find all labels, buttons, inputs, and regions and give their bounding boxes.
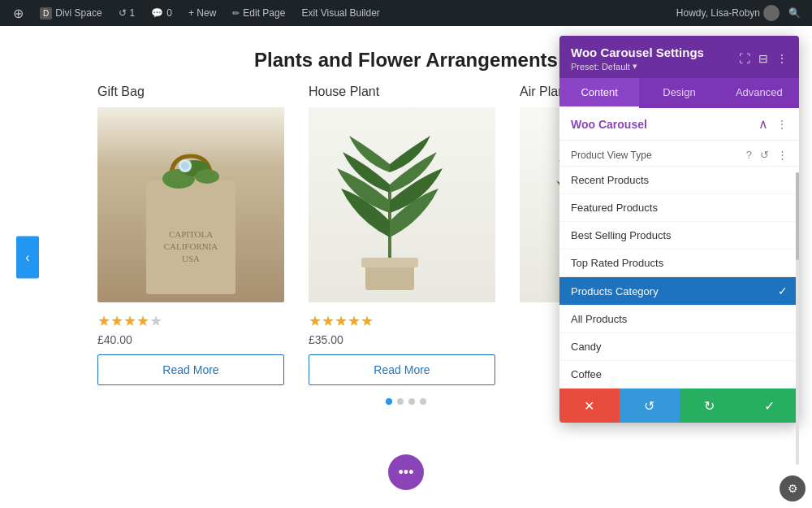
- admin-bar-right: Howdy, Lisa-Robyn 🔍: [676, 2, 806, 24]
- woo-carousel-section: Woo Carousel ∧ ⋮: [559, 108, 799, 141]
- svg-text:CAPITOLA: CAPITOLA: [169, 229, 213, 239]
- confirm-button[interactable]: ✓: [739, 389, 799, 423]
- settings-panel: Woo Carousel Settings Preset: Default ▾ …: [559, 36, 799, 423]
- read-more-button-gift-bag[interactable]: Read More: [97, 354, 284, 385]
- product-view-icons: ? ↺ ⋮: [746, 149, 788, 161]
- fab-button[interactable]: •••: [388, 454, 424, 490]
- dropdown-item-best-selling[interactable]: Best Selling Products: [559, 222, 799, 250]
- svg-text:USA: USA: [182, 254, 200, 263]
- section-more-icon[interactable]: ⋮: [776, 118, 788, 131]
- revisions-menu[interactable]: ↺ 1: [112, 0, 142, 26]
- product-stars-house-plant: ★★★★★: [309, 312, 495, 330]
- product-view-label: Product View Type: [571, 150, 746, 161]
- panel-header-icons: ⛶ ⊟ ⋮: [739, 52, 788, 65]
- scrollbar-thumb[interactable]: [796, 172, 799, 260]
- carousel-dot-4[interactable]: [420, 398, 426, 405]
- main-content: Plants and Flower Arrangements ‹ Gift Ba…: [0, 26, 812, 508]
- x-icon: ✕: [584, 398, 594, 414]
- admin-bar: ⊕ D Divi Space ↺ 1 💬 0 + New ✏ Edit Page…: [0, 0, 812, 26]
- dropdown-item-candy[interactable]: Candy: [559, 333, 799, 361]
- chevron-left-icon: ‹: [25, 250, 29, 265]
- tab-design[interactable]: Design: [639, 78, 719, 108]
- carousel-dot-3[interactable]: [408, 398, 415, 405]
- exit-visual-builder-button[interactable]: Exit Visual Builder: [295, 0, 387, 26]
- read-more-button-house-plant[interactable]: Read More: [309, 354, 495, 385]
- svg-point-6: [195, 169, 219, 184]
- product-stars-gift-bag: ★★★★★: [97, 312, 284, 330]
- help-icon[interactable]: ?: [746, 149, 752, 161]
- dots-icon: •••: [399, 464, 414, 481]
- redo-button[interactable]: ↻: [680, 389, 740, 423]
- comments-menu[interactable]: 💬 0: [145, 0, 179, 26]
- options-icon[interactable]: ⋮: [777, 149, 788, 161]
- more-options-icon[interactable]: ⋮: [776, 52, 788, 65]
- cancel-button[interactable]: ✕: [559, 389, 620, 423]
- product-title-gift-bag: Gift Bag: [97, 85, 284, 99]
- search-icon[interactable]: 🔍: [783, 2, 806, 24]
- woo-carousel-title: Woo Carousel: [571, 118, 647, 131]
- product-card-gift-bag: Gift Bag CAPITOLA CALIFORNIA: [97, 85, 284, 385]
- woo-carousel-actions: ∧ ⋮: [758, 116, 788, 132]
- reset-button[interactable]: ↺: [620, 389, 680, 423]
- selected-check-icon: ✓: [778, 284, 788, 297]
- carousel-prev-button[interactable]: ‹: [16, 237, 39, 279]
- svg-point-8: [181, 162, 189, 170]
- dropdown-item-top-rated[interactable]: Top Rated Products: [559, 250, 799, 277]
- product-price-gift-bag: £40.00: [97, 333, 284, 346]
- dropdown-item-products-category[interactable]: Products Category ✓: [559, 277, 799, 306]
- chevron-down-icon: ▾: [633, 61, 637, 72]
- product-card-house-plant: House Plant: [309, 85, 495, 385]
- dropdown-item-featured-products[interactable]: Featured Products: [559, 194, 799, 222]
- edit-page-button[interactable]: ✏ Edit Page: [226, 0, 292, 26]
- divi-space-menu[interactable]: D Divi Space: [33, 0, 109, 26]
- product-image-gift-bag: CAPITOLA CALIFORNIA USA: [97, 107, 284, 302]
- fullscreen-icon[interactable]: ⛶: [739, 52, 750, 65]
- product-price-house-plant: £35.00: [309, 333, 495, 346]
- carousel-dot-1[interactable]: [386, 398, 392, 405]
- tab-content[interactable]: Content: [559, 78, 639, 108]
- columns-icon[interactable]: ⊟: [758, 52, 768, 65]
- check-icon: ✓: [764, 398, 775, 414]
- product-image-house-plant: [309, 107, 495, 302]
- collapse-icon[interactable]: ∧: [758, 116, 768, 132]
- panel-footer: ✕ ↺ ↻ ✓: [559, 389, 799, 423]
- svg-rect-10: [361, 258, 418, 267]
- tab-advanced[interactable]: Advanced: [719, 78, 799, 108]
- panel-tabs: Content Design Advanced: [559, 78, 799, 108]
- accessibility-icon: ⚙: [788, 482, 798, 495]
- dropdown-item-recent-products[interactable]: Recent Products: [559, 167, 799, 194]
- product-view-type-row: Product View Type ? ↺ ⋮: [559, 141, 799, 167]
- redo-icon: ↻: [704, 398, 715, 414]
- svg-text:CALIFORNIA: CALIFORNIA: [164, 241, 218, 251]
- new-content-menu[interactable]: + New: [182, 0, 222, 26]
- howdy-text: Howdy, Lisa-Robyn: [676, 7, 760, 19]
- product-title-house-plant: House Plant: [309, 85, 495, 99]
- dropdown-item-coffee[interactable]: Coffee: [559, 361, 799, 389]
- panel-body: Woo Carousel ∧ ⋮ Product View Type ? ↺ ⋮…: [559, 108, 799, 389]
- panel-preset[interactable]: Preset: Default ▾: [571, 61, 704, 72]
- avatar: [763, 5, 780, 21]
- undo-icon: ↺: [644, 398, 654, 414]
- accessibility-button[interactable]: ⚙: [780, 475, 806, 501]
- dropdown-item-all-products[interactable]: All Products: [559, 306, 799, 333]
- panel-title: Woo Carousel Settings: [571, 46, 704, 59]
- carousel-dot-2[interactable]: [397, 398, 404, 405]
- dropdown-list: Recent Products Featured Products Best S…: [559, 167, 799, 389]
- panel-scrollbar: [796, 172, 799, 465]
- wordpress-icon[interactable]: ⊕: [6, 0, 30, 26]
- reset-icon[interactable]: ↺: [760, 149, 769, 161]
- panel-header: Woo Carousel Settings Preset: Default ▾ …: [559, 36, 799, 78]
